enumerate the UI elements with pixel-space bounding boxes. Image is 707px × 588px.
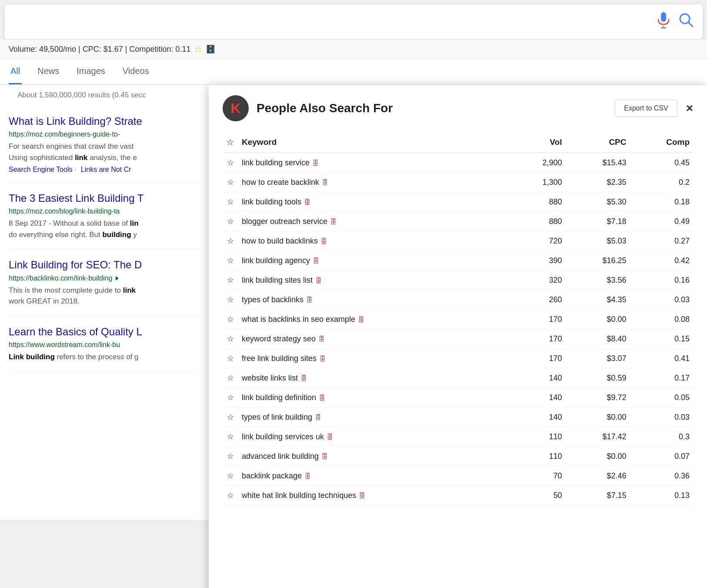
result-link[interactable]: Links are Not Cr xyxy=(81,166,131,173)
table-row: ☆link building service🗄2,900$15.430.45 xyxy=(223,153,693,173)
table-row: ☆free link building sites🗄170$3.070.41 xyxy=(223,349,693,368)
keyword-cell[interactable]: link building service🗄 xyxy=(238,153,510,173)
keyword-cell[interactable]: types of backlinks🗄 xyxy=(238,290,510,310)
keyword-cell[interactable]: website links list🗄 xyxy=(238,368,510,388)
keyword-cell[interactable]: link building sites list🗄 xyxy=(238,271,510,290)
keyword-cell[interactable]: backlink package🗄 xyxy=(238,466,510,486)
export-csv-button[interactable]: Export to CSV xyxy=(615,100,677,117)
keyword-cell[interactable]: free link building sites🗄 xyxy=(238,349,510,368)
comp-cell: 0.13 xyxy=(630,486,693,505)
tab-all[interactable]: All xyxy=(9,59,22,84)
svg-rect-0 xyxy=(661,12,666,22)
keyword-cell[interactable]: types of link building🗄 xyxy=(238,408,510,427)
results-count: About 1,590,000,000 results (0.45 secc xyxy=(9,85,200,106)
close-button[interactable]: × xyxy=(686,101,693,115)
keyword-table: ☆ Keyword Vol CPC Comp ☆link building se… xyxy=(223,132,693,505)
comp-col-header: Comp xyxy=(630,132,693,153)
k-badge: K xyxy=(223,95,249,121)
cpc-cell: $15.43 xyxy=(565,153,630,173)
keyword-cell[interactable]: how to create backlink🗄 xyxy=(238,173,510,192)
vol-col-header: Vol xyxy=(510,132,565,153)
star-cell[interactable]: ☆ xyxy=(223,310,238,329)
result-desc: This is the most complete guide to link … xyxy=(9,285,200,307)
keyword-cell[interactable]: link building definition🗄 xyxy=(238,388,510,408)
metrics-bar: Volume: 49,500/mo | CPC: $1.67 | Competi… xyxy=(0,40,707,59)
star-cell[interactable]: ☆ xyxy=(223,447,238,466)
keyword-cell[interactable]: keyword strategy seo🗄 xyxy=(238,329,510,349)
star-cell[interactable]: ☆ xyxy=(223,466,238,486)
keyword-cell[interactable]: what is backlinks in seo example🗄 xyxy=(238,310,510,329)
table-row: ☆link building sites list🗄320$3.560.16 xyxy=(223,271,693,290)
vol-cell: 140 xyxy=(510,368,565,388)
result-title[interactable]: The 3 Easiest Link Building T xyxy=(9,191,200,205)
keyword-cell[interactable]: link building services uk🗄 xyxy=(238,427,510,447)
vol-cell: 390 xyxy=(510,251,565,271)
cpc-cell: $5.30 xyxy=(565,192,630,212)
star-cell[interactable]: ☆ xyxy=(223,368,238,388)
db-icon: 🗄 xyxy=(318,335,325,343)
comp-cell: 0.08 xyxy=(630,310,693,329)
star-cell[interactable]: ☆ xyxy=(223,349,238,368)
table-row: ☆link building tools🗄880$5.300.18 xyxy=(223,192,693,212)
vol-cell: 170 xyxy=(510,329,565,349)
panel-title: People Also Search For xyxy=(257,101,393,115)
result-url: https://moz.com/beginners-guide-to- xyxy=(9,130,200,138)
mic-icon[interactable] xyxy=(657,11,670,32)
db-icon: 🗄 xyxy=(315,414,321,421)
keyword-cell[interactable]: advanced link building🗄 xyxy=(238,447,510,466)
comp-cell: 0.16 xyxy=(630,271,693,290)
table-row: ☆link building definition🗄140$9.720.05 xyxy=(223,388,693,408)
result-title[interactable]: Link Building for SEO: The D xyxy=(9,258,200,271)
comp-cell: 0.45 xyxy=(630,153,693,173)
keyword-cell[interactable]: white hat link building techniques🗄 xyxy=(238,486,510,505)
tab-images[interactable]: Images xyxy=(75,59,107,84)
keyword-cell[interactable]: blogger outreach service🗄 xyxy=(238,212,510,231)
comp-cell: 0.27 xyxy=(630,231,693,251)
nav-tabs: All News Images Videos xyxy=(0,59,707,85)
table-row: ☆advanced link building🗄110$0.000.07 xyxy=(223,447,693,466)
cpc-cell: $0.00 xyxy=(565,408,630,427)
star-cell[interactable]: ☆ xyxy=(223,290,238,310)
star-cell[interactable]: ☆ xyxy=(223,329,238,349)
comp-cell: 0.3 xyxy=(630,427,693,447)
vol-cell: 50 xyxy=(510,486,565,505)
result-link[interactable]: Search Engine Tools xyxy=(9,166,72,173)
db-icon: 🗄 xyxy=(327,433,333,441)
table-row: ☆how to build backlinks🗄720$5.030.27 xyxy=(223,231,693,251)
star-cell[interactable]: ☆ xyxy=(223,173,238,192)
star-cell[interactable]: ☆ xyxy=(223,231,238,251)
vol-cell: 2,900 xyxy=(510,153,565,173)
db-icon: 🗄 xyxy=(315,277,322,284)
tab-videos[interactable]: Videos xyxy=(121,59,151,84)
star-cell[interactable]: ☆ xyxy=(223,408,238,427)
result-title[interactable]: What is Link Building? Strate xyxy=(9,114,200,128)
result-title[interactable]: Learn the Basics of Quality L xyxy=(9,325,200,338)
keyword-cell[interactable]: how to build backlinks🗄 xyxy=(238,231,510,251)
star-cell[interactable]: ☆ xyxy=(223,153,238,173)
keyword-cell[interactable]: link building agency🗄 xyxy=(238,251,510,271)
keyword-cell[interactable]: link building tools🗄 xyxy=(238,192,510,212)
search-icon[interactable] xyxy=(678,12,694,31)
star-cell[interactable]: ☆ xyxy=(223,427,238,447)
star-cell[interactable]: ☆ xyxy=(223,486,238,505)
star-cell[interactable]: ☆ xyxy=(223,251,238,271)
star-cell[interactable]: ☆ xyxy=(223,212,238,231)
star-cell[interactable]: ☆ xyxy=(223,388,238,408)
cpc-cell: $2.35 xyxy=(565,173,630,192)
star-cell[interactable]: ☆ xyxy=(223,192,238,212)
metrics-text: Volume: 49,500/mo | CPC: $1.67 | Competi… xyxy=(9,45,191,54)
search-input[interactable]: link building xyxy=(13,15,657,29)
comp-cell: 0.03 xyxy=(630,408,693,427)
people-also-search-panel: K People Also Search For Export to CSV ×… xyxy=(209,85,707,588)
vol-cell: 260 xyxy=(510,290,565,310)
db-icon: 🗄 xyxy=(358,316,364,323)
cpc-cell: $7.18 xyxy=(565,212,630,231)
table-row: ☆types of link building🗄140$0.000.03 xyxy=(223,408,693,427)
tab-news[interactable]: News xyxy=(36,59,61,84)
star-cell[interactable]: ☆ xyxy=(223,271,238,290)
star-icon[interactable]: ☆ xyxy=(194,44,202,54)
table-row: ☆backlink package🗄70$2.460.36 xyxy=(223,466,693,486)
result-url: https://moz.com/blog/link-building-ta xyxy=(9,207,200,215)
vol-cell: 1,300 xyxy=(510,173,565,192)
table-row: ☆keyword strategy seo🗄170$8.400.15 xyxy=(223,329,693,349)
